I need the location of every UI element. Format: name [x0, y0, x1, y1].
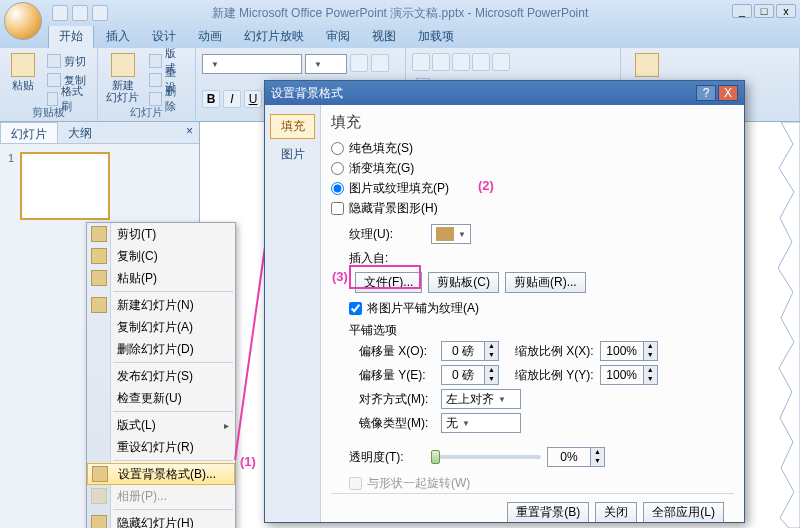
tile-checkbox-row[interactable]: 将图片平铺为纹理(A): [349, 298, 734, 318]
font-size-select[interactable]: ▼: [305, 54, 347, 74]
texture-picker[interactable]: ▼: [431, 224, 471, 244]
tab-slideshow[interactable]: 幻灯片放映: [234, 25, 314, 48]
format-background-dialog: 设置背景格式 ? X 填充 图片 填充 纯色填充(S) 渐变填充(G) 图片或纹…: [264, 80, 745, 523]
copy-icon: [47, 73, 61, 87]
reset-icon: [149, 73, 162, 87]
apply-all-button[interactable]: 全部应用(L): [643, 502, 724, 522]
save-icon[interactable]: [52, 5, 68, 21]
offset-y-spinner[interactable]: 0 磅▲▼: [441, 365, 499, 385]
new-slide-icon: [111, 53, 135, 77]
offset-y-label: 偏移量 Y(E):: [359, 367, 435, 384]
nav-picture[interactable]: 图片: [270, 142, 315, 167]
paste-label: 粘贴: [12, 79, 34, 91]
opt-picture-fill[interactable]: 图片或纹理填充(P): [331, 178, 734, 198]
align-select[interactable]: 左上对齐▼: [441, 389, 521, 409]
ctx-hide-slide[interactable]: 隐藏幻灯片(H): [87, 512, 235, 528]
slide-number: 1: [8, 152, 14, 164]
reset-bg-button[interactable]: 重置背景(B): [507, 502, 589, 522]
bullets-button[interactable]: [412, 53, 430, 71]
opt-gradient-fill[interactable]: 渐变填充(G): [331, 158, 734, 178]
window-title: 新建 Microsoft Office PowerPoint 演示文稿.pptx…: [212, 5, 589, 22]
annotation-2: (2): [478, 178, 494, 193]
font-family-select[interactable]: ▼: [202, 54, 302, 74]
cut-icon: [91, 226, 107, 242]
dialog-close-button[interactable]: X: [718, 85, 738, 101]
checkbox-tile[interactable]: [349, 302, 362, 315]
radio-picture[interactable]: [331, 182, 344, 195]
brush-icon: [47, 92, 58, 106]
undo-icon[interactable]: [72, 5, 88, 21]
annotation-3: (3): [332, 269, 348, 284]
cut-button[interactable]: 剪切: [43, 52, 91, 70]
opt-solid-fill[interactable]: 纯色填充(S): [331, 138, 734, 158]
increase-indent-button[interactable]: [472, 53, 490, 71]
scale-x-label: 缩放比例 X(X):: [515, 343, 594, 360]
dialog-title-bar[interactable]: 设置背景格式 ? X: [265, 81, 744, 105]
scale-y-spinner[interactable]: 100%▲▼: [600, 365, 658, 385]
checkbox-hide-bg[interactable]: [331, 202, 344, 215]
group-slides-label: 幻灯片: [98, 105, 195, 120]
tab-review[interactable]: 审阅: [316, 25, 360, 48]
offset-x-label: 偏移量 X(O):: [359, 343, 435, 360]
up-arrow-icon[interactable]: ▲: [484, 342, 498, 351]
down-arrow-icon[interactable]: ▼: [484, 351, 498, 360]
transparency-spinner[interactable]: 0%▲▼: [547, 447, 605, 467]
opt-hide-bg[interactable]: 隐藏背景图形(H): [331, 198, 734, 218]
mirror-select[interactable]: 无▼: [441, 413, 521, 433]
tab-home[interactable]: 开始: [48, 24, 94, 48]
redo-icon[interactable]: [92, 5, 108, 21]
transparency-label: 透明度(T):: [349, 449, 425, 466]
line-spacing-button[interactable]: [492, 53, 510, 71]
slide-thumbnail-1[interactable]: [20, 152, 110, 220]
tab-insert[interactable]: 插入: [96, 25, 140, 48]
checkbox-rotate: [349, 477, 362, 490]
insert-file-button[interactable]: 文件(F)...: [355, 272, 422, 293]
decrease-indent-button[interactable]: [452, 53, 470, 71]
paste-icon: [91, 270, 107, 286]
insert-clipart-button[interactable]: 剪贴画(R)...: [505, 272, 586, 293]
insert-from-label: 插入自:: [349, 250, 425, 267]
minimize-button[interactable]: _: [732, 4, 752, 18]
tab-view[interactable]: 视图: [362, 25, 406, 48]
office-orb[interactable]: [4, 2, 42, 40]
quick-access-toolbar: [52, 5, 108, 21]
close-button[interactable]: x: [776, 4, 796, 18]
copy-icon: [91, 248, 107, 264]
offset-x-spinner[interactable]: 0 磅▲▼: [441, 341, 499, 361]
transparency-slider[interactable]: [431, 455, 541, 459]
numbering-button[interactable]: [432, 53, 450, 71]
tab-addins[interactable]: 加载项: [408, 25, 464, 48]
radio-solid[interactable]: [331, 142, 344, 155]
paste-button[interactable]: 粘贴: [6, 50, 39, 91]
maximize-button[interactable]: □: [754, 4, 774, 18]
scale-y-label: 缩放比例 Y(Y):: [515, 367, 594, 384]
side-tab-outline[interactable]: 大纲: [58, 122, 102, 143]
delete-icon: [149, 92, 162, 106]
nav-fill[interactable]: 填充: [270, 114, 315, 139]
arrange-icon: [635, 53, 659, 77]
close-button[interactable]: 关闭: [595, 502, 637, 522]
slider-knob[interactable]: [431, 450, 440, 464]
group-clipboard-label: 剪贴板: [0, 105, 97, 120]
group-slides: 新建 幻灯片 版式 重设 删除 幻灯片: [98, 48, 196, 121]
dialog-content: 填充 纯色填充(S) 渐变填充(G) 图片或纹理填充(P) 隐藏背景图形(H) …: [321, 105, 744, 522]
scale-x-spinner[interactable]: 100%▲▼: [600, 341, 658, 361]
insert-clipboard-button[interactable]: 剪贴板(C): [428, 272, 499, 293]
radio-gradient[interactable]: [331, 162, 344, 175]
cut-label: 剪切: [64, 54, 86, 69]
side-tab-slides[interactable]: 幻灯片: [0, 122, 58, 143]
tab-design[interactable]: 设计: [142, 25, 186, 48]
new-slide-label: 新建 幻灯片: [106, 79, 139, 103]
window-controls: _ □ x: [732, 4, 796, 18]
tab-animation[interactable]: 动画: [188, 25, 232, 48]
grow-font-button[interactable]: [350, 54, 368, 72]
dialog-nav: 填充 图片: [265, 105, 321, 522]
ctx-album[interactable]: 相册(P)...: [87, 485, 235, 507]
hide-icon: [91, 515, 107, 528]
album-icon: [91, 488, 107, 504]
new-slide-button[interactable]: 新建 幻灯片: [104, 50, 141, 103]
fill-heading: 填充: [331, 113, 734, 132]
dialog-help-button[interactable]: ?: [696, 85, 716, 101]
shrink-font-button[interactable]: [371, 54, 389, 72]
group-clipboard: 粘贴 剪切 复制 格式刷 剪贴板: [0, 48, 98, 121]
